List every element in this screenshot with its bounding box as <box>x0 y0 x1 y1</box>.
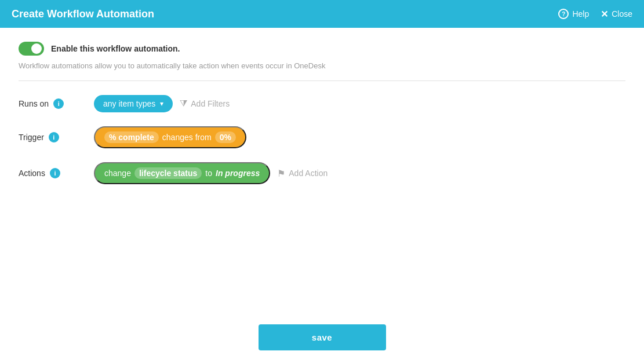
actions-label: Actions <box>19 169 45 178</box>
enable-label: Enable this workflow automation. <box>51 44 180 53</box>
modal-footer: save <box>0 313 644 362</box>
action-text-2: to <box>205 169 212 178</box>
section-divider <box>19 81 625 81</box>
save-button[interactable]: save <box>259 324 386 350</box>
modal-header: Create Workflow Automation ? Help ✕ Clos… <box>0 0 644 28</box>
modal-container: Create Workflow Automation ? Help ✕ Clos… <box>0 0 644 362</box>
toggle-track <box>19 42 44 56</box>
actions-info-icon[interactable]: i <box>50 168 60 178</box>
help-button[interactable]: ? Help <box>558 9 589 19</box>
runs-on-button[interactable]: any item types ▾ <box>94 95 173 112</box>
close-label: Close <box>612 9 632 19</box>
enable-toggle[interactable] <box>19 42 44 56</box>
close-button[interactable]: ✕ Close <box>601 9 632 20</box>
runs-on-label-area: Runs on i <box>19 98 94 109</box>
help-label: Help <box>572 9 589 19</box>
flag-icon: ⚑ <box>277 168 285 179</box>
chevron-down-icon: ▾ <box>160 100 163 108</box>
add-action-label: Add Action <box>289 169 328 178</box>
add-filters-label: Add Filters <box>191 99 230 108</box>
add-filters-button[interactable]: ⧩ Add Filters <box>180 98 230 109</box>
actions-label-area: Actions i <box>19 168 94 178</box>
trigger-row: Trigger i % complete changes from 0% <box>19 126 625 148</box>
runs-on-info-icon[interactable]: i <box>53 98 64 109</box>
action-text-1: change <box>104 169 131 178</box>
description-text: Workflow automations allow you to automa… <box>19 61 625 70</box>
trigger-label-area: Trigger i <box>19 132 94 142</box>
modal-content: Enable this workflow automation. Workflo… <box>0 28 644 313</box>
close-icon: ✕ <box>601 9 608 20</box>
trigger-pill[interactable]: % complete changes from 0% <box>94 126 246 148</box>
action-pill[interactable]: change lifecycle status to In progress <box>94 162 270 184</box>
action-highlight: lifecycle status <box>134 167 202 179</box>
runs-on-label: Runs on <box>19 99 49 108</box>
action-italic: In progress <box>216 169 260 178</box>
header-actions: ? Help ✕ Close <box>558 9 632 20</box>
trigger-part3: 0% <box>215 131 236 143</box>
enable-row: Enable this workflow automation. <box>19 42 625 56</box>
runs-on-button-text: any item types <box>103 99 155 108</box>
runs-on-row: Runs on i any item types ▾ ⧩ Add Filters <box>19 95 625 112</box>
actions-row: Actions i change lifecycle status to In … <box>19 162 625 184</box>
form-section: Runs on i any item types ▾ ⧩ Add Filters… <box>19 95 625 184</box>
trigger-part2: changes from <box>162 133 212 142</box>
trigger-label: Trigger <box>19 133 44 142</box>
help-icon: ? <box>558 9 569 19</box>
trigger-part1: % complete <box>104 131 159 143</box>
toggle-thumb <box>31 43 42 54</box>
trigger-info-icon[interactable]: i <box>49 132 59 142</box>
filter-icon: ⧩ <box>180 98 187 109</box>
add-action-button[interactable]: ⚑ Add Action <box>277 168 328 179</box>
modal-title: Create Workflow Automation <box>12 8 154 20</box>
